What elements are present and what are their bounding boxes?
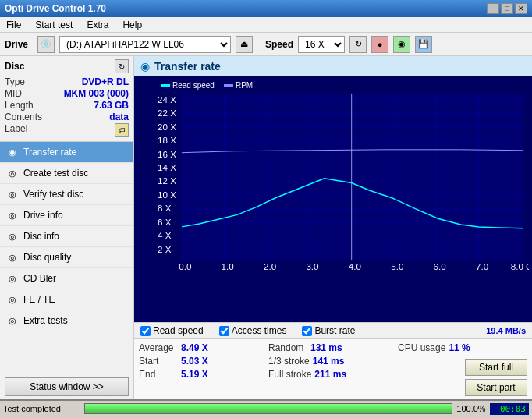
svg-text:14 X: 14 X xyxy=(158,162,176,172)
nav-cd-bler[interactable]: ◎ CD Bler xyxy=(0,268,133,289)
menu-extra[interactable]: Extra xyxy=(83,19,112,31)
read-speed-check-label: Read speed xyxy=(153,325,204,336)
right-panel: ◉ Transfer rate Read speed RPM 24 X 22 xyxy=(134,56,532,399)
svg-text:5.0: 5.0 xyxy=(391,261,404,271)
disc-type-row: Type DVD+R DL xyxy=(5,76,129,87)
full-stroke-row: Full stroke 211 ms xyxy=(268,369,398,380)
random-value: 131 ms xyxy=(310,342,342,353)
disc-quality-icon: ◎ xyxy=(6,251,19,264)
refresh-drive-button[interactable]: ↻ xyxy=(349,36,367,53)
main-content: Disc ↻ Type DVD+R DL MID MKM 003 (000) L… xyxy=(0,56,532,399)
progress-bar-container xyxy=(84,403,452,414)
disc-title: Disc xyxy=(5,61,24,72)
transfer-rate-header-icon: ◉ xyxy=(140,60,150,73)
svg-text:10 X: 10 X xyxy=(158,190,176,200)
transfer-rate-header: ◉ Transfer rate xyxy=(134,56,532,76)
disc-info-icon: ◎ xyxy=(6,230,19,243)
stats-col-3: CPU usage 11 % Start full Start part xyxy=(398,342,527,396)
title-bar: Opti Drive Control 1.70 ─ □ ✕ xyxy=(0,0,532,17)
menu-help[interactable]: Help xyxy=(119,19,145,31)
nav-create-test-disc-label: Create test disc xyxy=(23,168,88,179)
eject-button[interactable]: ⏏ xyxy=(236,36,253,53)
burst-rate-value: 19.4 MB/s xyxy=(486,326,526,335)
close-button[interactable]: ✕ xyxy=(515,3,527,14)
svg-text:8.0 GB: 8.0 GB xyxy=(511,261,529,271)
drive-label: Drive xyxy=(5,39,33,50)
progress-bar-fill xyxy=(85,404,452,413)
nav-disc-info-label: Disc info xyxy=(23,231,59,242)
nav-cd-bler-label: CD Bler xyxy=(23,273,56,284)
legend-rpm-label: RPM xyxy=(236,81,253,90)
nav-disc-quality[interactable]: ◎ Disc quality xyxy=(0,247,133,268)
maximize-button[interactable]: □ xyxy=(501,3,513,14)
app-title: Opti Drive Control 1.70 xyxy=(5,3,106,14)
drive-row: Drive 💿 (D:) ATAPI iHAP122 W LL06 ⏏ Spee… xyxy=(0,33,532,56)
cd-bler-icon: ◎ xyxy=(6,272,19,285)
disc-info-panel: Disc ↻ Type DVD+R DL MID MKM 003 (000) L… xyxy=(0,56,133,142)
svg-text:8 X: 8 X xyxy=(158,203,172,213)
one-third-label: 1/3 stroke xyxy=(268,356,310,367)
end-row: End 5.19 X xyxy=(139,369,268,380)
access-times-check[interactable]: Access times xyxy=(219,325,287,336)
disc-label-button[interactable]: 🏷 xyxy=(115,123,129,137)
nav-extra-tests-label: Extra tests xyxy=(23,315,68,326)
svg-text:2 X: 2 X xyxy=(158,244,172,254)
start-row: Start 5.03 X xyxy=(139,356,268,367)
nav-fe-te[interactable]: ◎ FE / TE xyxy=(0,289,133,310)
nav-transfer-rate[interactable]: ◉ Transfer rate xyxy=(0,142,133,163)
left-panel: Disc ↻ Type DVD+R DL MID MKM 003 (000) L… xyxy=(0,56,134,399)
read-speed-check[interactable]: Read speed xyxy=(140,325,204,336)
access-times-checkbox[interactable] xyxy=(219,326,229,336)
stats-section: Average 8.49 X Start 5.03 X End 5.19 X R… xyxy=(134,339,532,399)
drive-icon[interactable]: 💿 xyxy=(37,36,55,53)
nav-drive-info-label: Drive info xyxy=(23,210,63,221)
svg-text:0.0: 0.0 xyxy=(179,261,192,271)
end-value: 5.19 X xyxy=(181,369,208,380)
disc-button1[interactable]: ● xyxy=(371,36,388,53)
svg-text:2.0: 2.0 xyxy=(264,261,277,271)
burst-rate-checkbox[interactable] xyxy=(302,326,312,336)
nav-extra-tests[interactable]: ◎ Extra tests xyxy=(0,310,133,331)
disc-mid-row: MID MKM 003 (000) xyxy=(5,88,129,99)
disc-length-row: Length 7.63 GB xyxy=(5,100,129,111)
svg-text:18 X: 18 X xyxy=(158,135,176,145)
average-row: Average 8.49 X xyxy=(139,342,268,353)
drive-select[interactable]: (D:) ATAPI iHAP122 W LL06 xyxy=(59,36,231,53)
disc-button2[interactable]: ◉ xyxy=(393,36,410,53)
burst-rate-check[interactable]: Burst rate xyxy=(302,325,355,336)
nav-verify-test-disc[interactable]: ◎ Verify test disc xyxy=(0,184,133,205)
disc-contents-row: Contents data xyxy=(5,112,129,122)
speed-select[interactable]: 16 X xyxy=(298,36,345,53)
disc-type-value: DVD+R DL xyxy=(82,76,129,87)
burst-rate-check-label: Burst rate xyxy=(314,325,355,336)
cpu-usage-row: CPU usage 11 % xyxy=(398,342,470,353)
start-label: Start xyxy=(139,356,178,367)
minimize-button[interactable]: ─ xyxy=(487,3,499,14)
transfer-rate-icon: ◉ xyxy=(6,146,19,158)
start-full-button[interactable]: Start full xyxy=(465,359,527,376)
disc-refresh-button[interactable]: ↻ xyxy=(115,59,129,73)
read-speed-legend-color xyxy=(161,84,170,87)
stats-col-1: Average 8.49 X Start 5.03 X End 5.19 X xyxy=(139,342,268,396)
svg-text:6.0: 6.0 xyxy=(434,261,447,271)
start-part-button[interactable]: Start part xyxy=(465,379,527,396)
save-button[interactable]: 💾 xyxy=(415,36,432,53)
chart-checkboxes-row: Read speed Access times Burst rate 19.4 … xyxy=(134,322,532,339)
read-speed-checkbox[interactable] xyxy=(140,326,151,336)
menu-file[interactable]: File xyxy=(3,19,24,31)
svg-text:12 X: 12 X xyxy=(158,176,176,186)
fe-te-icon: ◎ xyxy=(6,293,19,306)
speed-label: Speed xyxy=(265,39,293,50)
time-display: 00:03 xyxy=(490,403,529,415)
disc-contents-label: Contents xyxy=(5,112,42,122)
average-label: Average xyxy=(139,342,178,353)
average-value: 8.49 X xyxy=(181,342,208,353)
nav-drive-info[interactable]: ◎ Drive info xyxy=(0,205,133,226)
svg-text:4 X: 4 X xyxy=(158,230,172,240)
menu-start-test[interactable]: Start test xyxy=(32,19,76,31)
nav-disc-info[interactable]: ◎ Disc info xyxy=(0,226,133,247)
status-window-button[interactable]: Status window >> xyxy=(5,377,129,396)
nav-create-test-disc[interactable]: ◎ Create test disc xyxy=(0,163,133,184)
svg-text:20 X: 20 X xyxy=(158,122,176,132)
disc-mid-label: MID xyxy=(5,88,22,99)
